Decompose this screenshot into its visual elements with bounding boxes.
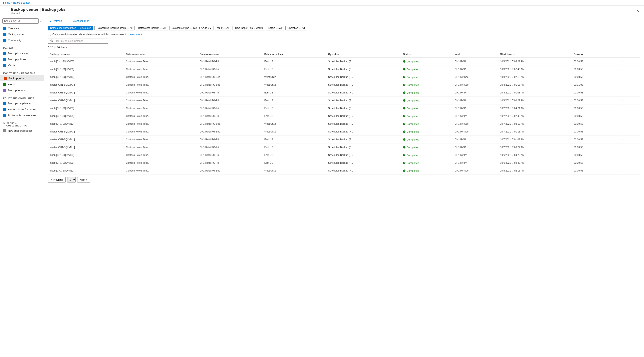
ellipsis-button[interactable]: ··· xyxy=(628,8,633,13)
status-label: Completed xyxy=(406,91,419,94)
sidebar-item-community[interactable]: Community xyxy=(0,37,44,43)
status-icon xyxy=(403,162,406,164)
cell-operation: Scheduled Backup (F... xyxy=(326,159,402,167)
cell-status: Completed xyxy=(402,66,453,73)
row-actions-button[interactable]: ··· xyxy=(620,83,624,87)
sidebar-item-backup-policies[interactable]: Backup policies xyxy=(0,56,44,62)
cell-backup-instance: master [CH1-SQLVM...] xyxy=(48,89,124,97)
cell-vault: CH1-RV-Sec xyxy=(453,81,498,89)
cell-datasource-subs: Contoso Hotels Tena... xyxy=(124,104,198,112)
row-actions-button[interactable]: ··· xyxy=(620,145,624,150)
filter-type[interactable]: Datasource type == SQL in Azure VM xyxy=(169,26,214,30)
sidebar-item-backup-reports[interactable]: Backup reports xyxy=(0,87,44,93)
row-actions-button[interactable]: ··· xyxy=(620,67,624,72)
cell-duration: 00:00:58 xyxy=(572,128,618,136)
cell-backup-instance: master [CH1-SQLVM...] xyxy=(48,97,124,104)
table-row: msdb [CH1-SQLVM00] Contoso Hotels Tena..… xyxy=(48,58,640,66)
cell-start-time: 10/7/2021, 7:04:21 AM xyxy=(498,104,572,112)
getting-started-icon xyxy=(3,32,6,36)
sidebar-item-new-support[interactable]: New support request xyxy=(0,128,44,134)
cell-start-time: 10/7/2021, 7:02:43 AM xyxy=(498,112,572,120)
breadcrumb-home[interactable]: Home xyxy=(3,1,10,4)
cell-vault: CH1-RV-Sec xyxy=(453,120,498,128)
filter-time-range[interactable]: Time range : Last 2 weeks xyxy=(232,26,265,30)
close-button[interactable]: ✕ xyxy=(634,8,641,14)
filter-subscription[interactable]: Datasource subscription == 3 selected xyxy=(48,26,93,30)
row-actions-button[interactable]: ··· xyxy=(620,75,624,79)
status-icon xyxy=(403,60,406,63)
cell-duration: 00:00:58 xyxy=(572,58,618,66)
page-select[interactable]: 1 2 3 4 5 6 xyxy=(67,177,76,182)
row-actions-button[interactable]: ··· xyxy=(620,106,624,110)
cell-status: Completed xyxy=(402,120,453,128)
cell-datasource-subs: Contoso Hotels Tena... xyxy=(124,120,198,128)
cell-datasource-subs: Contoso Hotels Tena... xyxy=(124,112,198,120)
sidebar-item-backup-instances[interactable]: Backup instances xyxy=(0,50,44,56)
select-columns-button[interactable]: → Select columns xyxy=(66,18,90,23)
col-start-time[interactable]: Start time ↑↓ xyxy=(498,51,572,58)
cell-datasource-subs: Contoso Hotels Tena... xyxy=(124,58,198,66)
sidebar-item-backup-compliance[interactable]: Backup compliance xyxy=(0,100,44,106)
sidebar-item-backup-jobs[interactable]: Backup jobs xyxy=(0,75,44,81)
refresh-button[interactable]: ↻ Refresh xyxy=(48,18,63,23)
sidebar-item-vaults[interactable]: Vaults xyxy=(0,62,44,68)
access-checkbox[interactable] xyxy=(48,33,51,36)
data-table: Backup instance ↑↓ Datasource subs... Da… xyxy=(48,51,640,175)
table-header: Backup instance ↑↓ Datasource subs... Da… xyxy=(48,51,640,58)
cell-operation: Scheduled Backup (F... xyxy=(326,120,402,128)
search-input[interactable] xyxy=(2,18,38,24)
table-row: msdb [CH1-SQLVM12] Contoso Hotels Tena..… xyxy=(48,73,640,81)
sidebar-item-alerts[interactable]: Alerts xyxy=(0,81,44,87)
row-actions-button[interactable]: ··· xyxy=(620,122,624,126)
row-actions-button[interactable]: ··· xyxy=(620,59,624,64)
previous-button[interactable]: < Previous xyxy=(48,177,66,182)
row-actions-button[interactable]: ··· xyxy=(620,114,624,118)
row-actions-button[interactable]: ··· xyxy=(620,130,624,134)
cell-status: Completed xyxy=(402,167,453,175)
cell-actions: ··· xyxy=(618,66,640,73)
items-label: items xyxy=(60,46,67,49)
row-actions-button[interactable]: ··· xyxy=(620,90,624,95)
cell-actions: ··· xyxy=(618,73,640,81)
search-input[interactable] xyxy=(55,40,106,42)
hamburger-menu[interactable] xyxy=(3,9,8,13)
row-actions-button[interactable]: ··· xyxy=(620,137,624,142)
learn-more-link[interactable]: Learn more. xyxy=(129,33,143,36)
filter-location[interactable]: Datasource location == All xyxy=(136,26,168,30)
cell-duration: 00:00:58 xyxy=(572,112,618,120)
filter-vault[interactable]: Vault == All xyxy=(215,26,231,30)
cell-actions: ··· xyxy=(618,89,640,97)
cell-status: Completed xyxy=(402,81,453,89)
filter-resource-group[interactable]: Datasource resource group == All xyxy=(94,26,135,30)
status-completed: Completed xyxy=(403,154,452,157)
breadcrumb-current[interactable]: Backup center xyxy=(13,1,30,4)
row-actions-button[interactable]: ··· xyxy=(620,161,624,165)
cell-start-time: 10/6/2021, 7:02:43 AM xyxy=(498,159,572,167)
cell-datasource-reso: CH1-RetailRG-Pri xyxy=(198,151,263,159)
row-actions-button[interactable]: ··· xyxy=(620,98,624,103)
col-datasource-subs: Datasource subs... xyxy=(124,51,198,58)
sidebar-item-protectable[interactable]: Protectable datasources xyxy=(0,112,44,118)
cell-start-time: 10/7/2021, 7:02:13 AM xyxy=(498,120,572,128)
cell-datasource-loca: East US xyxy=(263,151,326,159)
filter-status[interactable]: Status == All xyxy=(266,26,284,30)
col-duration[interactable]: Duration ↑↓ xyxy=(572,51,618,58)
status-completed: Completed xyxy=(403,162,452,164)
table-row: master [CH1-SQLVM...] Contoso Hotels Ten… xyxy=(48,136,640,144)
sidebar-item-azure-policies[interactable]: Azure policies for backup xyxy=(0,106,44,112)
cell-start-time: 10/8/2021, 7:02:43 AM xyxy=(498,66,572,73)
cell-backup-instance: master [CH1-SQLVM...] xyxy=(48,144,124,151)
row-actions-button[interactable]: ··· xyxy=(620,153,624,157)
cell-actions: ··· xyxy=(618,97,640,104)
filter-operation[interactable]: Operation == All xyxy=(286,26,307,30)
sidebar-item-overview[interactable]: Overview xyxy=(0,25,44,31)
status-icon xyxy=(403,99,406,102)
sidebar-section-manage: Manage xyxy=(0,45,44,50)
row-actions-button[interactable]: ··· xyxy=(620,168,624,173)
status-label: Completed xyxy=(406,84,419,86)
sidebar-collapse-button[interactable]: « xyxy=(38,20,42,22)
next-button[interactable]: Next > xyxy=(77,177,90,182)
sidebar-item-getting-started[interactable]: Getting started xyxy=(0,31,44,37)
col-backup-instance[interactable]: Backup instance ↑↓ xyxy=(48,51,124,58)
cell-backup-instance: master [CH1-SQLVM...] xyxy=(48,136,124,144)
